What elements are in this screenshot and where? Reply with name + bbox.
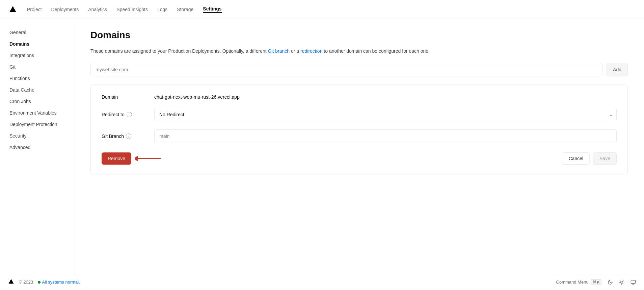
- action-row: Remove Cancel Sa: [102, 152, 617, 165]
- remove-button[interactable]: Remove: [102, 152, 131, 165]
- light-mode-button[interactable]: [619, 280, 624, 285]
- arrow-indicator: [135, 154, 162, 163]
- footer-copyright: © 2023: [19, 280, 33, 285]
- top-navigation: Project Deployments Analytics Speed Insi…: [0, 0, 644, 19]
- git-branch-field-row: Git Branch i: [102, 129, 617, 143]
- nav-deployments[interactable]: Deployments: [51, 7, 79, 12]
- redirect-field-row: Redirect to i No Redirect www redirect N…: [102, 108, 617, 121]
- svg-line-11: [620, 284, 620, 284]
- sidebar: General Domains Integrations Git Functio…: [0, 19, 74, 274]
- nav-speed-insights[interactable]: Speed Insights: [116, 7, 148, 12]
- sidebar-item-general[interactable]: General: [5, 27, 69, 38]
- status-dot: [38, 281, 41, 284]
- redirection-link[interactable]: redirection: [300, 48, 322, 54]
- svg-line-8: [623, 284, 623, 284]
- add-domain-row: Add: [90, 63, 628, 76]
- git-branch-input[interactable]: [154, 129, 617, 143]
- svg-line-7: [620, 280, 620, 281]
- main-content: Domains These domains are assigned to yo…: [74, 19, 644, 274]
- sidebar-item-env-vars[interactable]: Environment Variables: [5, 107, 69, 118]
- command-menu-label: Command Menu: [556, 280, 589, 285]
- git-branch-info-icon[interactable]: i: [126, 134, 131, 139]
- domain-input[interactable]: [90, 63, 602, 76]
- cancel-button[interactable]: Cancel: [562, 152, 590, 165]
- domain-value: chat-gpt-next-web-mu-rust-26.vercel.app: [154, 94, 617, 100]
- nav-settings[interactable]: Settings: [203, 6, 221, 13]
- sidebar-item-integrations[interactable]: Integrations: [5, 50, 69, 61]
- sidebar-item-cron-jobs[interactable]: Cron Jobs: [5, 96, 69, 107]
- command-menu[interactable]: Command Menu ⌘ K: [556, 279, 601, 285]
- status-link[interactable]: All systems normal.: [42, 280, 80, 285]
- nav-analytics[interactable]: Analytics: [88, 7, 107, 12]
- svg-marker-0: [9, 6, 16, 12]
- dark-mode-button[interactable]: [608, 280, 613, 285]
- redirect-label: Redirect to i: [102, 112, 149, 117]
- body-layout: General Domains Integrations Git Functio…: [0, 19, 644, 274]
- sidebar-item-deployment-protection[interactable]: Deployment Protection: [5, 119, 69, 130]
- sidebar-item-data-cache[interactable]: Data Cache: [5, 84, 69, 95]
- display-button[interactable]: [630, 280, 636, 285]
- sidebar-item-domains[interactable]: Domains: [5, 39, 69, 49]
- svg-rect-13: [631, 280, 635, 283]
- domain-card: Domain chat-gpt-next-web-mu-rust-26.verc…: [90, 84, 628, 174]
- page-title: Domains: [90, 30, 628, 41]
- save-button: Save: [593, 152, 617, 165]
- sidebar-item-advanced[interactable]: Advanced: [5, 142, 69, 153]
- sidebar-item-git[interactable]: Git: [5, 62, 69, 72]
- svg-line-12: [623, 280, 623, 281]
- cmd-key-badge: ⌘ K: [591, 279, 601, 285]
- nav-storage[interactable]: Storage: [177, 7, 193, 12]
- add-button[interactable]: Add: [607, 63, 628, 76]
- action-row-left: Remove: [102, 152, 162, 165]
- domain-label: Domain: [102, 94, 149, 100]
- git-branch-link[interactable]: Git branch: [268, 48, 290, 54]
- footer-left: © 2023 All systems normal.: [8, 279, 80, 286]
- footer-right: Command Menu ⌘ K: [556, 279, 636, 285]
- footer-logo: [8, 279, 14, 286]
- sidebar-item-security[interactable]: Security: [5, 130, 69, 141]
- sidebar-item-functions[interactable]: Functions: [5, 73, 69, 84]
- redirect-info-icon[interactable]: i: [127, 112, 132, 117]
- nav-logs[interactable]: Logs: [157, 7, 167, 12]
- action-row-right: Cancel Save: [562, 152, 617, 165]
- page-description: These domains are assigned to your Produ…: [90, 47, 628, 55]
- redirect-select[interactable]: No Redirect www redirect Non-www redirec…: [154, 108, 617, 121]
- redirect-select-wrapper: No Redirect www redirect Non-www redirec…: [154, 108, 617, 121]
- svg-point-4: [621, 281, 623, 283]
- footer-status: All systems normal.: [38, 280, 80, 285]
- nav-project[interactable]: Project: [27, 7, 42, 12]
- git-branch-label: Git Branch i: [102, 134, 149, 139]
- footer: © 2023 All systems normal. Command Menu …: [0, 274, 644, 290]
- domain-field-row: Domain chat-gpt-next-web-mu-rust-26.verc…: [102, 94, 617, 100]
- svg-marker-3: [9, 279, 14, 284]
- logo[interactable]: [8, 5, 18, 14]
